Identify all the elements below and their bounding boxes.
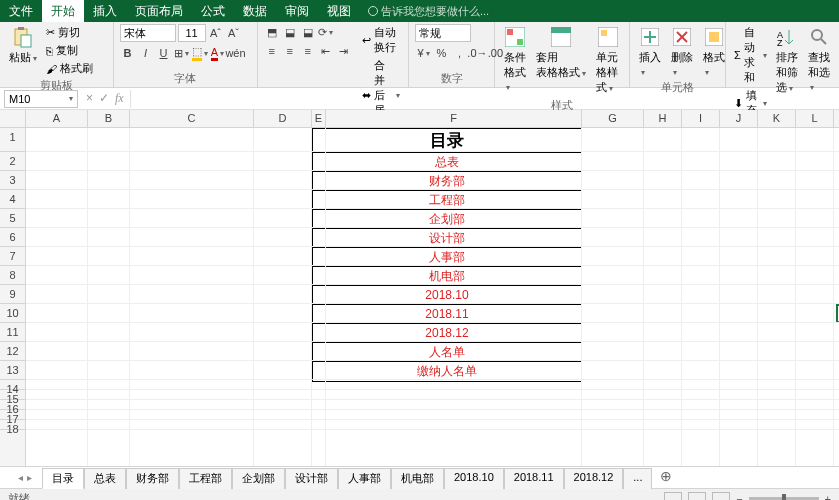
tab-prev-button[interactable]: ▸ (27, 472, 32, 483)
tab-data[interactable]: 数据 (234, 0, 276, 22)
grid-cells[interactable]: 目录总表财务部工程部企划部设计部人事部机电部2018.102018.112018… (26, 128, 839, 466)
table-format-button[interactable]: 套用 表格格式 (533, 24, 589, 82)
row-header-15[interactable]: 15 (0, 390, 25, 400)
align-left-button[interactable]: ≡ (264, 43, 280, 59)
row-header-17[interactable]: 17 (0, 410, 25, 420)
tab-file[interactable]: 文件 (0, 0, 42, 22)
view-layout-button[interactable] (688, 492, 706, 501)
comma-button[interactable]: , (451, 45, 467, 61)
sheet-tab-工程部[interactable]: 工程部 (179, 468, 232, 489)
conditional-format-button[interactable]: 条件格式 (501, 24, 529, 94)
sheet-tab-设计部[interactable]: 设计部 (285, 468, 338, 489)
sheet-tab-2018.10[interactable]: 2018.10 (444, 468, 504, 489)
percent-button[interactable]: % (433, 45, 449, 61)
row-header-12[interactable]: 12 (0, 342, 25, 361)
row-header-2[interactable]: 2 (0, 152, 25, 171)
zoom-out-button[interactable]: − (736, 493, 742, 501)
fx-button[interactable]: fx (115, 91, 124, 106)
row-header-1[interactable]: 1 (0, 128, 25, 152)
row-header-18[interactable]: 18 (0, 420, 25, 430)
row-header-14[interactable]: 14 (0, 380, 25, 390)
row-header-10[interactable]: 10 (0, 304, 25, 323)
sheet-tab-机电部[interactable]: 机电部 (391, 468, 444, 489)
tab-first-button[interactable]: ◂ (18, 472, 23, 483)
align-top-button[interactable]: ⬒ (264, 24, 280, 40)
tab-review[interactable]: 审阅 (276, 0, 318, 22)
bold-button[interactable]: B (120, 45, 136, 61)
format-painter-button[interactable]: 🖌格式刷 (44, 60, 95, 77)
find-select-button[interactable]: 查找和选 (805, 24, 833, 94)
tell-me[interactable]: 告诉我您想要做什么... (360, 0, 497, 22)
font-color-button[interactable]: A (210, 45, 226, 61)
insert-cells-button[interactable]: 插入 (636, 24, 664, 79)
border-button[interactable]: ⊞ (174, 45, 190, 61)
sort-filter-button[interactable]: AZ排序和筛选 (773, 24, 801, 97)
view-normal-button[interactable] (664, 492, 682, 501)
col-header-F[interactable]: F (326, 110, 582, 127)
row-header-16[interactable]: 16 (0, 400, 25, 410)
autosum-button[interactable]: Σ自动求和 (732, 24, 769, 86)
col-header-K[interactable]: K (758, 110, 796, 127)
tab-home[interactable]: 开始 (42, 0, 84, 22)
cut-button[interactable]: ✂剪切 (44, 24, 95, 41)
align-bottom-button[interactable]: ⬓ (300, 24, 316, 40)
italic-button[interactable]: I (138, 45, 154, 61)
col-header-B[interactable]: B (88, 110, 130, 127)
formula-input[interactable] (130, 90, 839, 108)
wrap-text-button[interactable]: ↩自动换行 (360, 24, 403, 56)
currency-button[interactable]: ¥ (415, 45, 431, 61)
tab-layout[interactable]: 页面布局 (126, 0, 192, 22)
row-header-6[interactable]: 6 (0, 228, 25, 247)
col-header-G[interactable]: G (582, 110, 644, 127)
tab-view[interactable]: 视图 (318, 0, 360, 22)
sheet-tab-目录[interactable]: 目录 (42, 468, 84, 489)
col-header-L[interactable]: L (796, 110, 834, 127)
select-all-corner[interactable] (0, 110, 26, 127)
increase-font-button[interactable]: Aˆ (208, 25, 224, 41)
sheet-tab-2018.11[interactable]: 2018.11 (504, 468, 564, 489)
row-header-8[interactable]: 8 (0, 266, 25, 285)
sheet-tab-财务部[interactable]: 财务部 (126, 468, 179, 489)
align-middle-button[interactable]: ⬓ (282, 24, 298, 40)
sheet-tab-人事部[interactable]: 人事部 (338, 468, 391, 489)
sheet-tab-企划部[interactable]: 企划部 (232, 468, 285, 489)
number-format-select[interactable] (415, 24, 471, 42)
row-header-9[interactable]: 9 (0, 285, 25, 304)
row-header-11[interactable]: 11 (0, 323, 25, 342)
underline-button[interactable]: U (156, 45, 172, 61)
format-cells-button[interactable]: 格式 (700, 24, 728, 79)
delete-cells-button[interactable]: 删除 (668, 24, 696, 79)
col-header-E[interactable]: E (312, 110, 326, 127)
zoom-in-button[interactable]: + (825, 493, 831, 501)
sheet-tab-more[interactable]: ... (623, 468, 652, 489)
row-header-5[interactable]: 5 (0, 209, 25, 228)
name-box[interactable]: M10▾ (4, 90, 78, 108)
new-sheet-button[interactable]: ⊕ (652, 468, 680, 489)
orientation-button[interactable]: ⟳ (318, 24, 334, 40)
tab-formula[interactable]: 公式 (192, 0, 234, 22)
sheet-tab-2018.12[interactable]: 2018.12 (564, 468, 624, 489)
align-center-button[interactable]: ≡ (282, 43, 298, 59)
row-header-7[interactable]: 7 (0, 247, 25, 266)
copy-button[interactable]: ⎘复制 (44, 42, 95, 59)
sheet-tab-总表[interactable]: 总表 (84, 468, 126, 489)
font-name-input[interactable] (120, 24, 176, 42)
tab-insert[interactable]: 插入 (84, 0, 126, 22)
fill-color-button[interactable]: ⬚ (192, 45, 208, 61)
col-header-A[interactable]: A (26, 110, 88, 127)
col-header-H[interactable]: H (644, 110, 682, 127)
row-header-3[interactable]: 3 (0, 171, 25, 190)
col-header-I[interactable]: I (682, 110, 720, 127)
align-right-button[interactable]: ≡ (300, 43, 316, 59)
indent-dec-button[interactable]: ⇤ (318, 43, 334, 59)
row-header-4[interactable]: 4 (0, 190, 25, 209)
indent-inc-button[interactable]: ⇥ (336, 43, 352, 59)
col-header-C[interactable]: C (130, 110, 254, 127)
col-header-D[interactable]: D (254, 110, 312, 127)
cell-styles-button[interactable]: 单元格样式 (593, 24, 623, 97)
decrease-font-button[interactable]: Aˇ (226, 25, 242, 41)
phonetic-button[interactable]: wén (228, 45, 244, 61)
col-header-J[interactable]: J (720, 110, 758, 127)
cancel-formula-button[interactable]: × (86, 91, 93, 106)
enter-formula-button[interactable]: ✓ (99, 91, 109, 106)
